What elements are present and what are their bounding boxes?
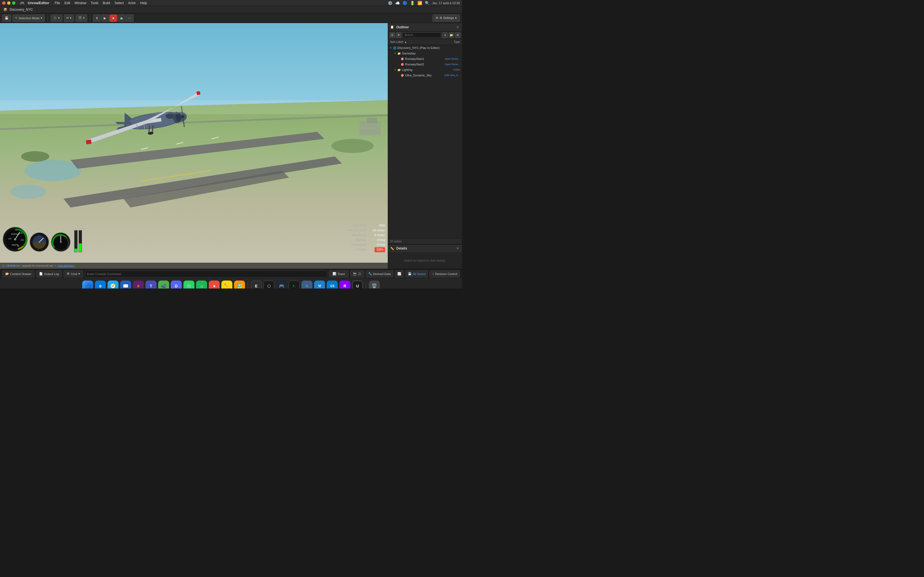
dock-whatsapp[interactable]: W — [183, 280, 194, 289]
search-dropdown-button[interactable]: ▾ — [442, 32, 447, 38]
runway1-action[interactable]: Open Runw… — [445, 57, 460, 60]
outliner-search[interactable] — [402, 32, 441, 38]
lighting-arrow: ▼ — [394, 69, 397, 71]
gameplay-arrow: ▼ — [394, 52, 397, 55]
outliner-close-button[interactable]: ✕ — [456, 25, 460, 29]
pause-icon: ⏸ — [95, 16, 99, 20]
flap-bar-2 — [79, 230, 82, 252]
velocity-xy-label: Velocity (X/Y) — [348, 228, 366, 233]
dock-xcode[interactable]: ⚒ — [314, 280, 325, 289]
dock-epic-games[interactable]: E — [251, 280, 262, 289]
create-folder-button[interactable]: 📁 — [449, 32, 454, 38]
dock-rider[interactable]: R — [339, 280, 351, 289]
root-arrow: ▼ — [390, 47, 393, 49]
dock-discord[interactable]: D — [171, 280, 182, 289]
airspeed-gauge: KNOTS AIRSPEED 120 180 200 40 — [3, 227, 27, 252]
dock-mail[interactable]: ✉️ — [120, 280, 131, 289]
dock-drawings[interactable]: 🖼️ — [234, 280, 245, 289]
transform-button[interactable]: ⟳ ▾ — [64, 15, 74, 22]
cesium-attribution-link[interactable]: Data attribution — [58, 264, 74, 267]
output-log-icon: 📄 — [39, 272, 43, 276]
pause-button[interactable]: ⏸ — [93, 15, 101, 22]
content-drawer-label: Content Drawer — [10, 272, 31, 276]
aoa-row: AOA (a) 0 Deg — [348, 238, 385, 243]
details-close-button[interactable]: ✕ — [456, 246, 460, 251]
uds-icon: 🎯 — [401, 74, 404, 77]
eject-button[interactable]: ⏏ — [118, 15, 125, 22]
dock-steam[interactable]: 🎮 — [276, 280, 287, 289]
trace-icon: 📊 — [333, 272, 336, 276]
dock-slack[interactable]: # — [133, 280, 144, 289]
chart-button[interactable]: 📈 — [395, 270, 404, 277]
trace-button[interactable]: 📊 Trace — [329, 270, 349, 277]
dock-finder[interactable]: 🔵 — [82, 280, 93, 289]
outliner-tree[interactable]: ▼ 🌐 Discovery_NYC (Play In Editor) ▼ 📁 G… — [388, 45, 462, 238]
menu-build[interactable]: Build — [103, 1, 110, 5]
tree-item-lighting[interactable]: ▼ 📁 Lighting Folder — [388, 67, 462, 73]
save-button[interactable]: 💾 — [2, 15, 11, 22]
cinematic-button[interactable]: 🎬 ▾ — [76, 15, 87, 22]
actors-count-text: 37 actors — [390, 240, 402, 243]
dock-trash[interactable]: 🗑️ — [369, 280, 380, 289]
play-button[interactable]: ▶ — [101, 15, 109, 22]
tree-item-root[interactable]: ▼ 🌐 Discovery_NYC (Play In Editor) — [388, 45, 462, 50]
stop-button[interactable]: ■ — [110, 15, 117, 22]
camera-buttons[interactable]: 📷 🎥 — [351, 270, 364, 277]
all-saved-button[interactable]: 💾 All Saved — [405, 270, 428, 277]
menu-actor[interactable]: Actor — [128, 1, 136, 5]
menu-file[interactable]: File — [55, 1, 60, 5]
outliner-settings-button[interactable]: ⚙ — [455, 32, 460, 38]
dock-unreal[interactable]: U — [352, 280, 363, 289]
selection-mode-button[interactable]: ↖ Selection Mode ▾ — [13, 15, 45, 22]
close-button[interactable] — [2, 2, 5, 5]
dock-terminal[interactable]: >_ — [289, 280, 300, 289]
dock-fork[interactable]: ⑂ — [301, 280, 312, 289]
dock: 🔵 e 🧭 ✉️ # T 📹 D W ♫ ★ ✏️ 🖼️ E ⬡ 🎮 — [0, 279, 462, 288]
settings-button[interactable]: ⚙ ⚙ Settings ▾ — [433, 15, 460, 22]
menu-help[interactable]: Help — [140, 1, 147, 5]
derived-data-label: Derived Data — [373, 272, 391, 276]
selection-dropdown-icon: ▾ — [41, 16, 42, 20]
minimize-button[interactable] — [7, 2, 10, 5]
menu-select[interactable]: Select — [115, 1, 123, 5]
play-controls: ⏸ ▶ ■ ⏏ ⋯ — [93, 15, 134, 22]
menu-window[interactable]: Window — [74, 1, 86, 5]
dock-edge[interactable]: e — [95, 280, 106, 289]
dock-vscode[interactable]: VS — [327, 280, 338, 289]
attitude-gauge — [30, 232, 49, 252]
main-toolbar: 💾 ↖ Selection Mode ▾ ➕ ▾ ⟳ ▾ 🎬 ▾ ⏸ ▶ ■ ⏏… — [0, 13, 462, 23]
runway2-action[interactable]: Open Runw… — [445, 63, 460, 66]
dock-facetime[interactable]: 📹 — [158, 280, 169, 289]
derived-data-button[interactable]: 🔧 Derived Data — [366, 270, 393, 277]
runway2-label: RunwayStart2 — [405, 63, 445, 66]
dock-teams[interactable]: T — [145, 280, 157, 289]
add-button[interactable]: ➕ ▾ — [51, 15, 62, 22]
cesium-separator: • — [55, 264, 56, 267]
menu-tools[interactable]: Tools — [91, 1, 99, 5]
content-drawer-button[interactable]: 📂 Content Drawer — [2, 270, 34, 277]
visibility-button[interactable]: 👁 — [396, 32, 401, 38]
transform-icon: ⟳ — [66, 16, 69, 20]
actors-count: 37 actors — [388, 238, 462, 244]
dock-spotify[interactable]: ♫ — [196, 280, 207, 289]
dock-reeder[interactable]: ★ — [209, 280, 220, 289]
col-item-label[interactable]: Item Label ▲ — [390, 40, 438, 44]
tree-item-ultra-dynamic-sky[interactable]: 🎯 Ultra_Dynamic_Sky Edit Ultra_D… — [388, 73, 462, 78]
menu-edit[interactable]: Edit — [65, 1, 70, 5]
dock-safari[interactable]: 🧭 — [108, 280, 118, 289]
output-log-button[interactable]: 📄 Output Log — [36, 270, 62, 277]
uds-action[interactable]: Edit Ultra_D… — [444, 74, 460, 77]
tree-item-runwaystart1[interactable]: 🎯 RunwayStart1 Open Runw… — [388, 56, 462, 61]
console-input[interactable] — [85, 270, 327, 277]
more-options-button[interactable]: ⋯ — [126, 15, 134, 22]
tree-item-runwaystart2[interactable]: 🎯 RunwayStart2 Open Runw… — [388, 61, 462, 67]
tree-item-gameplay[interactable]: ▼ 📁 Gameplay — [388, 50, 462, 56]
revision-control-button[interactable]: ⑂ Revision Control — [430, 270, 460, 277]
dock-unity[interactable]: ⬡ — [263, 280, 275, 289]
filter-button[interactable]: ☰ — [390, 32, 395, 38]
revision-icon: ⑂ — [432, 272, 434, 276]
cmd-button[interactable]: ⌘ Cmd ▾ — [63, 270, 83, 277]
viewport[interactable]: KNOTS AIRSPEED 120 180 200 40 — [0, 23, 388, 269]
maximize-button[interactable] — [12, 2, 15, 5]
dock-pencil[interactable]: ✏️ — [221, 280, 233, 289]
